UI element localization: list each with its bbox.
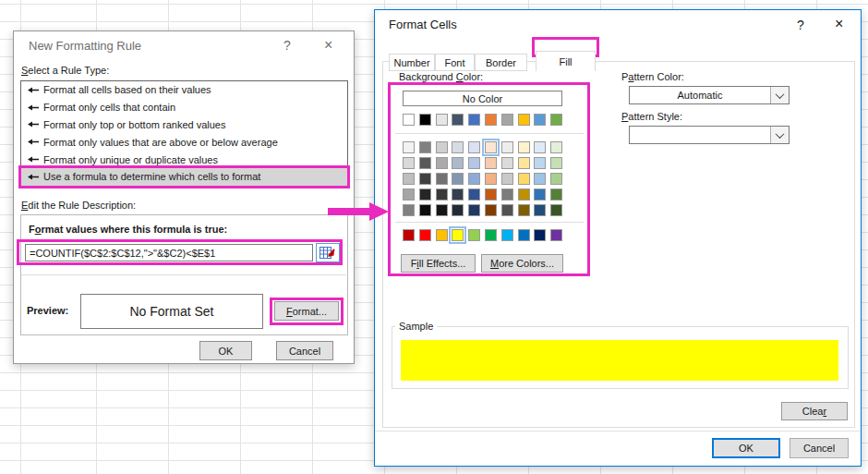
color-swatch[interactable] (501, 157, 513, 169)
help-icon[interactable]: ? (797, 18, 804, 32)
chevron-down-icon[interactable] (770, 127, 789, 143)
color-swatch[interactable] (468, 114, 480, 126)
cancel-button[interactable]: Cancel (790, 438, 849, 458)
color-swatch[interactable] (468, 188, 480, 201)
rule-type-item[interactable]: Format only top or bottom ranked values (21, 116, 347, 134)
color-swatch[interactable] (534, 114, 546, 126)
clear-button[interactable]: Clear (781, 402, 848, 420)
color-swatch[interactable] (468, 157, 480, 169)
color-swatch[interactable] (518, 114, 530, 126)
color-swatch[interactable] (501, 141, 513, 153)
color-swatch[interactable] (485, 157, 497, 169)
tab-fill[interactable]: Fill (536, 51, 596, 71)
close-icon[interactable]: × (324, 37, 332, 54)
color-swatch[interactable] (436, 114, 448, 126)
color-swatch[interactable] (501, 188, 513, 201)
color-swatch[interactable] (403, 114, 415, 126)
color-swatch[interactable] (550, 229, 562, 241)
color-swatch[interactable] (403, 229, 415, 241)
rule-type-item[interactable]: Use a formula to determine which cells t… (21, 168, 347, 186)
color-swatch[interactable] (518, 229, 530, 241)
no-color-button[interactable]: No Color (403, 91, 562, 106)
formula-input[interactable] (25, 244, 313, 261)
color-swatch[interactable] (436, 188, 448, 201)
color-swatch[interactable] (501, 204, 513, 216)
color-swatch[interactable] (534, 188, 546, 201)
fill-effects-button[interactable]: Fill Effects... (401, 254, 476, 273)
color-swatch[interactable] (452, 157, 464, 169)
color-swatch[interactable] (518, 204, 530, 216)
color-swatch[interactable] (403, 141, 415, 153)
color-swatch[interactable] (436, 141, 448, 153)
color-swatch[interactable] (534, 204, 546, 216)
color-swatch[interactable] (518, 188, 530, 201)
rule-type-item[interactable]: Format all cells based on their values (21, 81, 347, 99)
color-swatch[interactable] (452, 114, 464, 126)
range-selector-button[interactable] (316, 243, 340, 262)
color-swatch[interactable] (419, 157, 431, 169)
color-swatch[interactable] (419, 188, 431, 201)
color-swatch[interactable] (436, 173, 448, 185)
color-swatch[interactable] (485, 173, 497, 185)
format-cells-dialog: Format Cells ? × NumberFontBorderFill Ba… (374, 9, 862, 467)
color-swatch[interactable] (501, 114, 513, 126)
color-swatch[interactable] (468, 173, 480, 185)
color-swatch[interactable] (419, 173, 431, 185)
color-swatch[interactable] (518, 141, 530, 153)
color-swatch[interactable] (419, 141, 431, 153)
color-swatch[interactable] (550, 188, 562, 201)
color-swatch[interactable] (468, 229, 480, 241)
color-swatch[interactable] (518, 173, 530, 185)
color-swatch[interactable] (436, 204, 448, 216)
chevron-down-icon[interactable] (770, 87, 789, 103)
rule-type-item[interactable]: Format only unique or duplicate values (21, 151, 347, 168)
color-swatch[interactable] (452, 141, 464, 153)
format-button[interactable]: Format... (274, 301, 339, 321)
color-swatch[interactable] (452, 188, 464, 201)
color-swatch[interactable] (485, 229, 497, 241)
color-swatch[interactable] (485, 204, 497, 216)
color-swatch[interactable] (485, 114, 497, 126)
color-swatch[interactable] (452, 173, 464, 185)
ok-button[interactable]: OK (712, 438, 780, 458)
color-swatch[interactable] (468, 141, 480, 153)
color-swatch[interactable] (534, 141, 546, 153)
color-swatch[interactable] (419, 204, 431, 216)
pattern-style-dropdown[interactable] (629, 126, 790, 144)
pattern-color-dropdown[interactable]: Automatic (629, 86, 790, 104)
color-swatch[interactable] (550, 114, 562, 126)
color-swatch[interactable] (485, 141, 497, 153)
color-swatch[interactable] (550, 204, 562, 216)
color-swatch[interactable] (403, 157, 415, 169)
close-icon[interactable]: × (835, 16, 843, 32)
rule-type-item[interactable]: Format only cells that contain (21, 99, 347, 116)
color-swatch[interactable] (403, 188, 415, 201)
color-swatch[interactable] (452, 229, 464, 241)
color-swatch[interactable] (501, 173, 513, 185)
ok-button[interactable]: OK (199, 341, 252, 360)
color-swatch[interactable] (419, 229, 431, 241)
cancel-button[interactable]: Cancel (276, 341, 333, 360)
color-swatch[interactable] (534, 229, 546, 241)
color-swatch[interactable] (436, 157, 448, 169)
tab-border[interactable]: Border (475, 54, 527, 71)
color-swatch[interactable] (534, 157, 546, 169)
color-swatch[interactable] (436, 229, 448, 241)
color-swatch[interactable] (419, 114, 431, 126)
color-swatch[interactable] (452, 204, 464, 216)
tab-font[interactable]: Font (435, 54, 475, 71)
more-colors-button[interactable]: More Colors... (481, 254, 563, 273)
tab-number[interactable]: Number (389, 54, 435, 71)
color-swatch[interactable] (534, 173, 546, 185)
color-swatch[interactable] (403, 173, 415, 185)
color-swatch[interactable] (501, 229, 513, 241)
color-swatch[interactable] (550, 157, 562, 169)
color-swatch[interactable] (468, 204, 480, 216)
rule-type-item[interactable]: Format only values that are above or bel… (21, 133, 347, 151)
help-icon[interactable]: ? (283, 38, 291, 53)
color-swatch[interactable] (550, 173, 562, 185)
color-swatch[interactable] (518, 157, 530, 169)
color-swatch[interactable] (485, 188, 497, 201)
color-swatch[interactable] (403, 204, 415, 216)
color-swatch[interactable] (550, 141, 562, 153)
